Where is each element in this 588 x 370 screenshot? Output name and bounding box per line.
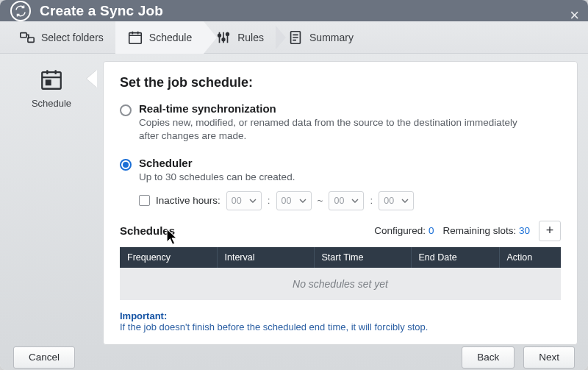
time-colon: :	[370, 195, 373, 206]
radio-scheduler[interactable]	[120, 159, 132, 171]
configured-count: 0	[429, 225, 434, 236]
panel-heading: Set the job schedule:	[120, 75, 561, 90]
next-button[interactable]: Next	[523, 346, 575, 369]
col-frequency: Frequency	[120, 247, 217, 268]
step-schedule[interactable]: Schedule	[115, 21, 204, 54]
close-icon[interactable]: ×	[570, 7, 579, 24]
chevron-down-icon	[249, 197, 257, 204]
col-action: Action	[499, 247, 561, 268]
option-desc: Up to 30 schedules can be created.	[139, 171, 295, 184]
step-rules[interactable]: Rules	[204, 21, 276, 54]
rail-pointer	[87, 70, 97, 88]
cancel-button[interactable]: Cancel	[13, 346, 75, 369]
col-start: Start Time	[314, 247, 411, 268]
dialog-body: Schedule Set the job schedule: Real-time…	[0, 54, 588, 345]
step-label: Rules	[237, 32, 264, 43]
col-end: End Date	[411, 247, 499, 268]
sync-icon	[10, 1, 31, 21]
titlebar: Create a Sync Job ×	[0, 0, 588, 21]
chevron-down-icon	[401, 197, 409, 204]
option-realtime[interactable]: Real-time synchronization Copies new, mo…	[120, 102, 561, 143]
inactive-start-min[interactable]: 00	[276, 191, 312, 210]
important-note: Important: If the job doesn't finish bef…	[120, 310, 561, 332]
time-range-sep: ~	[318, 195, 323, 206]
option-title: Real-time synchronization	[139, 102, 521, 115]
inactive-hours-checkbox[interactable]	[139, 195, 150, 206]
svg-point-3	[218, 34, 221, 37]
svg-point-4	[222, 38, 225, 41]
dialog-footer: Cancel Back Next	[0, 345, 588, 370]
side-rail-label: Schedule	[32, 98, 71, 109]
add-schedule-button[interactable]: +	[539, 221, 561, 241]
step-nav: Select folders Schedule Rules Summary	[0, 21, 588, 54]
side-rail: Schedule	[0, 54, 103, 345]
step-label: Select folders	[41, 32, 104, 43]
dialog-title: Create a Sync Job	[40, 3, 163, 19]
step-summary[interactable]: Summary	[276, 21, 365, 54]
schedules-empty: No schedules set yet	[120, 268, 561, 300]
svg-rect-8	[46, 81, 51, 85]
svg-rect-2	[129, 32, 142, 43]
chevron-down-icon	[351, 197, 359, 204]
step-label: Summary	[309, 32, 354, 43]
option-scheduler[interactable]: Scheduler Up to 30 schedules can be crea…	[120, 157, 561, 184]
inactive-end-hour[interactable]: 00	[329, 191, 364, 210]
option-title: Scheduler	[139, 157, 295, 169]
remaining-label: Remaining slots:	[442, 225, 516, 236]
important-text: If the job doesn't finish before the sch…	[120, 321, 561, 332]
schedules-header: Schedules Configured: 0 Remaining slots:…	[120, 221, 561, 241]
inactive-start-hour[interactable]: 00	[226, 191, 262, 210]
back-button[interactable]: Back	[462, 346, 514, 369]
inactive-end-min[interactable]: 00	[379, 191, 414, 210]
col-interval: Interval	[217, 247, 314, 268]
schedule-panel: Set the job schedule: Real-time synchron…	[103, 61, 578, 345]
inactive-hours-label: Inactive hours:	[156, 195, 220, 206]
step-select-folders[interactable]: Select folders	[7, 21, 115, 54]
schedules-title: Schedules	[120, 224, 175, 237]
time-colon: :	[268, 195, 270, 206]
chevron-down-icon	[299, 197, 306, 204]
svg-point-5	[226, 32, 229, 35]
svg-rect-0	[21, 32, 26, 37]
svg-rect-7	[42, 72, 61, 89]
calendar-icon	[39, 67, 64, 92]
inactive-hours-row: Inactive hours: 00 : 00 ~ 00 : 00	[139, 191, 561, 210]
schedules-table: Frequency Interval Start Time End Date A…	[120, 247, 561, 300]
radio-realtime[interactable]	[120, 104, 132, 116]
configured-label: Configured:	[374, 225, 426, 236]
important-label: Important:	[120, 310, 561, 321]
sync-job-dialog: Create a Sync Job × Select folders Sched…	[0, 0, 588, 370]
remaining-count: 30	[519, 225, 530, 236]
step-label: Schedule	[149, 32, 192, 43]
option-desc: Copies new, modified, or renamed data fr…	[139, 116, 521, 143]
